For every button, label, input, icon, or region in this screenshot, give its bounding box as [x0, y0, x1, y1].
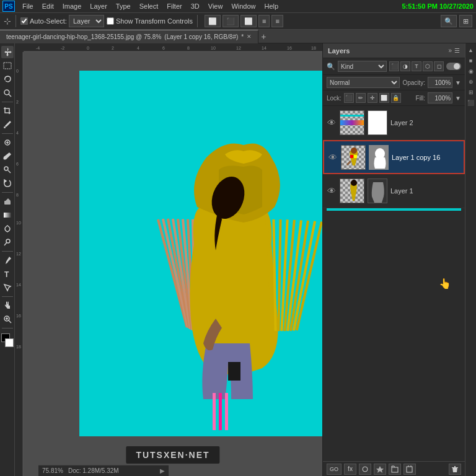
- link-layers-btn[interactable]: GO: [327, 464, 342, 475]
- align-center-btn[interactable]: ⬛: [223, 15, 239, 27]
- move-tool[interactable]: [1, 46, 14, 58]
- menu-edit[interactable]: Edit: [38, 1, 58, 11]
- layer-item-layer1[interactable]: 👁 Layer 1: [323, 174, 465, 208]
- text-tool[interactable]: T: [1, 268, 14, 280]
- fill-input[interactable]: [428, 92, 452, 104]
- blend-mode-dropdown[interactable]: Normal Dissolve Multiply Screen Overlay: [327, 77, 400, 88]
- adjustment-btn[interactable]: [374, 464, 386, 475]
- arrow-right[interactable]: ▶: [160, 467, 165, 474]
- eraser-tool[interactable]: [1, 195, 14, 208]
- lock-artboard-btn[interactable]: ⬜: [379, 93, 389, 103]
- lasso-tool[interactable]: [1, 73, 14, 86]
- clone-tool[interactable]: [1, 164, 14, 176]
- opacity-arrow[interactable]: ▼: [455, 79, 461, 86]
- right-panel-btn-1[interactable]: ▲: [467, 46, 475, 55]
- right-panel-btn-5[interactable]: ⊞: [467, 88, 475, 97]
- quick-select-tool[interactable]: [1, 87, 14, 99]
- menu-layer[interactable]: Layer: [86, 1, 111, 11]
- right-panel-btn-2[interactable]: ■: [467, 56, 475, 65]
- canvas-with-ruler: 0 2 4 6 8 10 12 14 16 18: [15, 52, 322, 476]
- align-right-btn[interactable]: ⬜: [240, 15, 257, 27]
- layer1copy16-visibility-btn[interactable]: 👁: [328, 152, 338, 162]
- opacity-input[interactable]: [428, 77, 452, 88]
- autoselect-dropdown[interactable]: Layer Group: [69, 15, 104, 27]
- path-select-tool[interactable]: [1, 281, 14, 294]
- menu-file[interactable]: File: [19, 1, 37, 11]
- menu-select[interactable]: Select: [136, 1, 162, 11]
- lock-all-btn[interactable]: 🔒: [391, 93, 401, 103]
- lock-image-btn[interactable]: ✏: [356, 93, 366, 103]
- new-tab-btn[interactable]: +: [261, 32, 266, 42]
- new-layer-btn[interactable]: [403, 464, 416, 475]
- workspace-btn[interactable]: ⊞: [459, 15, 472, 27]
- menu-image[interactable]: Image: [59, 1, 86, 11]
- crop-tool[interactable]: [1, 105, 14, 117]
- color-picker[interactable]: [1, 333, 14, 347]
- layers-bottom-toolbar: GO fx: [323, 461, 465, 476]
- layer1-thumbnail: [340, 178, 364, 203]
- right-panel-btn-6[interactable]: ⬛: [467, 99, 475, 107]
- menu-3d[interactable]: 3D: [187, 1, 203, 11]
- menu-view[interactable]: View: [205, 1, 227, 11]
- marquee-tool[interactable]: [1, 60, 14, 72]
- svg-rect-54: [280, 219, 288, 331]
- tab-close-btn[interactable]: ✕: [247, 33, 252, 40]
- fill-arrow[interactable]: ▼: [455, 95, 461, 102]
- filter-type-btn[interactable]: T: [412, 61, 421, 71]
- distribute2-btn[interactable]: ≡: [271, 15, 283, 27]
- svg-rect-66: [350, 155, 353, 158]
- active-tab[interactable]: teenager-girl-dancing-hip-hop_1368-25155…: [0, 30, 258, 43]
- layer1copy16-mask-thumbnail: [369, 145, 389, 170]
- layer-item-layer1copy16[interactable]: 👁: [323, 140, 465, 174]
- brush-tool[interactable]: [1, 150, 14, 162]
- add-mask-btn[interactable]: [359, 464, 371, 475]
- menu-filter[interactable]: Filter: [163, 1, 185, 11]
- delete-layer-btn[interactable]: [449, 464, 461, 475]
- menu-type[interactable]: Type: [112, 1, 134, 11]
- filter-type-dropdown[interactable]: Kind Name Effect Mode Attribute Color: [338, 61, 387, 72]
- show-transform-checkbox[interactable]: [107, 17, 114, 25]
- fx-btn[interactable]: fx: [344, 464, 356, 475]
- panel-expand-arrows[interactable]: »: [448, 47, 452, 54]
- autoselect-checkbox[interactable]: [20, 17, 28, 25]
- panel-menu-btn[interactable]: ☰: [454, 47, 460, 54]
- layer-item-layer2[interactable]: 👁 Layer 2: [323, 106, 465, 140]
- menu-help[interactable]: Help: [261, 1, 283, 11]
- heal-tool[interactable]: [1, 136, 14, 149]
- svg-text:4: 4: [16, 131, 19, 135]
- group-layers-btn[interactable]: [389, 464, 401, 475]
- blur-tool[interactable]: [1, 223, 14, 235]
- filter-shape-btn[interactable]: ⬡: [423, 61, 433, 71]
- zoom-level: 75.81%: [42, 467, 63, 474]
- lock-position-btn[interactable]: ✛: [368, 93, 377, 103]
- svg-line-2: [9, 94, 11, 97]
- layer1-visibility-btn[interactable]: 👁: [327, 186, 337, 196]
- history-brush-tool[interactable]: [1, 177, 14, 190]
- svg-text:8: 8: [16, 193, 19, 197]
- distribute-btn[interactable]: ≡: [258, 15, 270, 27]
- right-panel-btn-4[interactable]: ⊕: [467, 77, 475, 86]
- ruler-left: 0 2 4 6 8 10 12 14 16 18: [15, 52, 24, 476]
- status-bar: 75.81% Doc: 1.28M/5.32M ▶: [38, 465, 169, 476]
- dodge-tool[interactable]: [1, 236, 14, 249]
- layer2-visibility-btn[interactable]: 👁: [327, 118, 337, 128]
- search-btn[interactable]: 🔍: [441, 15, 457, 27]
- tab-filename: teenager-girl-dancing-hip-hop_1368-25155…: [6, 33, 161, 40]
- svg-text:12: 12: [16, 252, 21, 256]
- fill-label: Fill:: [416, 95, 426, 102]
- filter-toggle[interactable]: [446, 63, 461, 70]
- zoom-tool[interactable]: [1, 313, 14, 325]
- pen-tool[interactable]: [1, 254, 14, 267]
- svg-point-65: [351, 148, 357, 154]
- align-left-btn[interactable]: ⬜: [205, 15, 221, 27]
- menu-window[interactable]: Window: [227, 1, 259, 11]
- doc-size: Doc: 1.28M/5.32M: [68, 467, 119, 474]
- gradient-tool[interactable]: [1, 209, 14, 221]
- right-panel-btn-3[interactable]: ◉: [467, 67, 475, 76]
- filter-pixel-btn[interactable]: ⬛: [389, 61, 399, 71]
- eyedropper-tool[interactable]: [1, 118, 14, 131]
- filter-smart-btn[interactable]: ◻: [434, 61, 444, 71]
- filter-adjustment-btn[interactable]: ◑: [400, 61, 410, 71]
- lock-transparency-btn[interactable]: ⬛: [344, 93, 354, 103]
- hand-tool[interactable]: [1, 299, 14, 312]
